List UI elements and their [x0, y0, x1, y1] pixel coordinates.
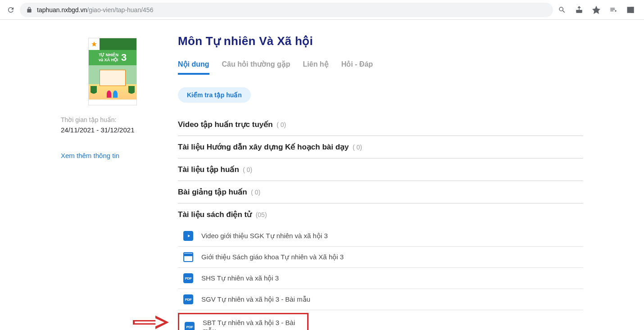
book-title-band: TỰ NHIÊN và XÃ HỘI 3	[89, 50, 136, 65]
section-video[interactable]: Video tập huấn trực tuyến ( 0)	[178, 113, 583, 136]
zoom-icon[interactable]	[557, 5, 567, 15]
star-icon[interactable]	[591, 5, 602, 15]
list-item[interactable]: Video giới thiệu SGK Tự nhiên và xã hội …	[178, 226, 583, 247]
page-title: Môn Tự nhiên Và Xã hội	[178, 34, 583, 48]
url-domain: taphuan.nxbgd.vn	[37, 6, 87, 14]
doc-label: SHS Tự nhiên và xã hội 3	[201, 274, 279, 282]
url-bar[interactable]: taphuan.nxbgd.vn/giao-vien/tap-huan/456	[20, 3, 553, 17]
svg-rect-3	[135, 321, 155, 323]
pdf-icon: PDF	[185, 322, 195, 330]
share-icon[interactable]	[574, 5, 585, 15]
document-list: Video giới thiệu SGK Tự nhiên và xã hội …	[178, 226, 583, 330]
section-ke-hoach[interactable]: Tài liệu Hướng dẫn xây dựng Kế hoạch bài…	[178, 136, 583, 158]
play-icon	[183, 231, 193, 241]
highlighted-item-box: PDF SBT Tự nhiên và xã hội 3 - Bài mẫu	[178, 313, 308, 330]
tab-cau-hoi[interactable]: Câu hỏi thường gặp	[222, 58, 290, 75]
tab-noi-dung[interactable]: Nội dung	[178, 58, 209, 75]
annotation-wrapper: PDF SBT Tự nhiên và xã hội 3 - Bài mẫu	[178, 313, 583, 330]
arrow-icon	[133, 316, 169, 330]
list-item[interactable]: PDF SGV Tự nhiên và xã hội 3 - Bài mẫu	[178, 289, 583, 310]
tab-lien-he[interactable]: Liên hệ	[303, 58, 329, 75]
book-title-line1: TỰ NHIÊN	[99, 53, 118, 58]
tab-bar: Nội dung Câu hỏi thường gặp Liên hệ Hỏi …	[178, 58, 583, 75]
training-period-label: Thời gian tập huấn:	[61, 116, 164, 123]
doc-label: SBT Tự nhiên và xã hội 3 - Bài mẫu	[203, 319, 304, 330]
list-item[interactable]: PDF SHS Tự nhiên và xã hội 3	[178, 268, 583, 289]
svg-rect-1	[631, 7, 634, 13]
url-text: taphuan.nxbgd.vn/giao-vien/tap-huan/456	[37, 6, 153, 14]
window-icon	[183, 252, 193, 262]
section-title: Tài liệu Hướng dẫn xây dựng Kế hoạch bài…	[178, 143, 349, 151]
sidebar: TỰ NHIÊN và XÃ HỘI 3 Thời gian tập huấn:…	[52, 29, 178, 330]
section-title: Video tập huấn trực tuyến	[178, 120, 273, 129]
list-item[interactable]: PDF SBT Tự nhiên và xã hội 3 - Bài mẫu	[179, 315, 304, 330]
more-info-link[interactable]: Xem thêm thông tin	[61, 152, 164, 159]
browser-toolbar: taphuan.nxbgd.vn/giao-vien/tap-huan/456	[0, 0, 644, 20]
check-training-button[interactable]: Kiểm tra tập huấn	[178, 87, 251, 103]
training-period-value: 24/11/2021 - 31/12/2021	[61, 126, 164, 134]
section-count: ( 0)	[251, 189, 260, 196]
doc-label: Giới thiệu Sách giáo khoa Tự nhiên và Xã…	[201, 253, 344, 261]
doc-label: Video giới thiệu SGK Tự nhiên và xã hội …	[201, 232, 328, 240]
section-tai-lieu[interactable]: Tài liệu tập huấn ( 0)	[178, 158, 583, 181]
section-count: ( 0)	[353, 144, 362, 151]
url-path: /giao-vien/tap-huan/456	[87, 6, 153, 14]
playlist-icon[interactable]	[608, 5, 619, 15]
section-sach-dien-tu[interactable]: Tài liệu sách điện tử (05)	[178, 203, 583, 226]
lock-icon	[26, 7, 32, 13]
section-count: ( 0)	[277, 121, 286, 128]
book-publisher-label	[100, 38, 136, 50]
list-item[interactable]: Giới thiệu Sách giáo khoa Tự nhiên và Xã…	[178, 247, 583, 268]
book-grade: 3	[121, 52, 127, 63]
page-container: TỰ NHIÊN và XÃ HỘI 3 Thời gian tập huấn:…	[52, 20, 592, 330]
section-title: Tài liệu tập huấn	[178, 165, 239, 174]
browser-actions	[557, 5, 639, 15]
panel-icon[interactable]	[625, 5, 636, 15]
section-title: Bài giảng tập huấn	[178, 188, 247, 196]
section-bai-giang[interactable]: Bài giảng tập huấn ( 0)	[178, 181, 583, 203]
reload-icon[interactable]	[5, 5, 16, 15]
section-title: Tài liệu sách điện tử	[178, 210, 252, 219]
tab-hoi-dap[interactable]: Hỏi - Đáp	[341, 58, 373, 75]
pdf-icon: PDF	[183, 294, 193, 304]
section-count: ( 0)	[243, 166, 252, 173]
book-logo-icon	[89, 38, 100, 50]
book-illustration	[89, 65, 136, 99]
doc-label: SGV Tự nhiên và xã hội 3 - Bài mẫu	[201, 295, 310, 303]
book-cover: TỰ NHIÊN và XÃ HỘI 3	[88, 38, 137, 105]
section-count: (05)	[256, 211, 267, 218]
main-content: Môn Tự nhiên Và Xã hội Nội dung Câu hỏi …	[178, 29, 592, 330]
book-title-line2: và XÃ HỘI	[99, 58, 118, 63]
pdf-icon: PDF	[183, 273, 193, 283]
